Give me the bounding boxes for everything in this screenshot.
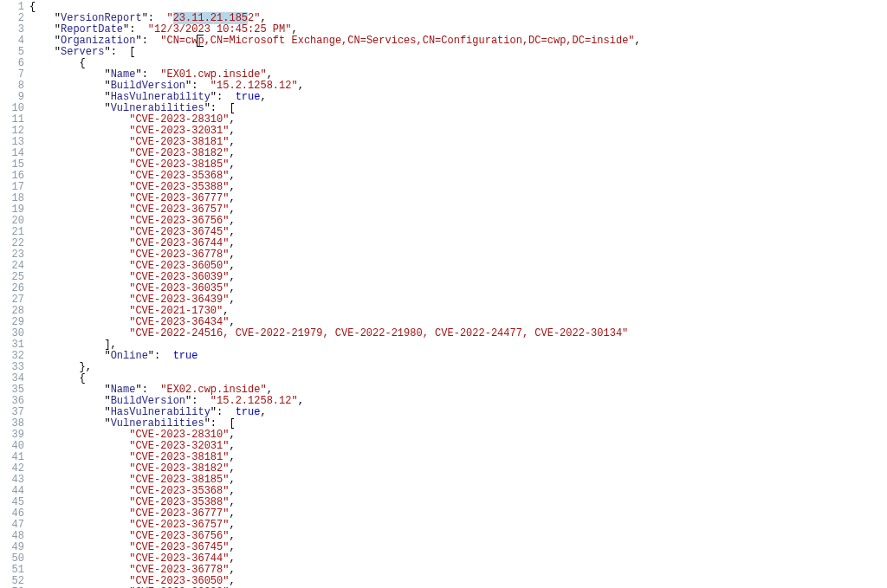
code-line[interactable]: "Organization": "CN=cwp,CN=Microsoft Exc… <box>29 36 887 47</box>
code-line[interactable]: "CVE-2022-24516, CVE-2022-21979, CVE-202… <box>29 328 887 339</box>
code-line[interactable]: "Online": true <box>29 351 887 362</box>
code-area[interactable]: { "VersionReport": "23.11.21.1852", "Rep… <box>29 2 887 588</box>
code-line[interactable]: }, <box>29 362 887 373</box>
code-editor[interactable]: 1234567891011121314151617181920212223242… <box>0 0 887 588</box>
code-line[interactable]: "Servers": [ <box>29 47 887 58</box>
line-number-gutter: 1234567891011121314151617181920212223242… <box>0 2 29 588</box>
